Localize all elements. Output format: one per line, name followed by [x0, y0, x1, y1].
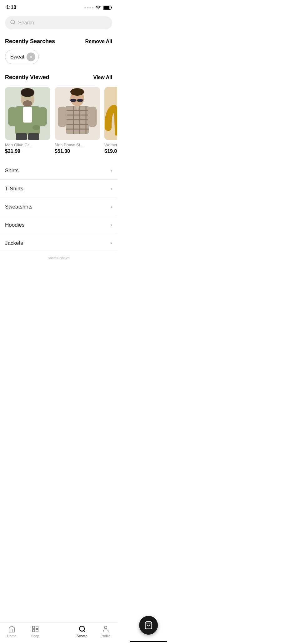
svg-point-4	[23, 100, 32, 107]
battery-icon	[103, 6, 111, 10]
svg-rect-8	[38, 107, 47, 126]
svg-rect-30	[88, 107, 97, 127]
view-all-button[interactable]: View All	[93, 75, 112, 80]
svg-point-12	[21, 88, 34, 97]
products-scroll-container: Men Olive Gr... $21.99	[0, 84, 117, 159]
remove-all-button[interactable]: Remove All	[85, 39, 112, 44]
category-item-shirts[interactable]: Shirts ›	[0, 162, 117, 180]
product-price-3: $19.00	[104, 148, 117, 154]
recently-searches-header: Recently Searches Remove All	[0, 33, 117, 48]
search-icon	[10, 19, 16, 26]
category-list: Shirts › T-Shirts › Sweatshirts › Hoodie…	[0, 159, 117, 255]
svg-line-1	[14, 23, 15, 24]
signal-dots	[84, 7, 93, 8]
close-icon: ✕	[29, 55, 33, 59]
category-item-jackets[interactable]: Jackets ›	[0, 234, 117, 252]
svg-rect-11	[28, 133, 39, 140]
product-card-1[interactable]: Men Olive Gr... $21.99	[5, 87, 50, 154]
svg-rect-29	[58, 107, 67, 127]
wifi-icon	[95, 5, 101, 10]
product-name-2: Men Brown Sl...	[55, 143, 100, 147]
status-bar: 1:10	[0, 0, 117, 14]
status-time: 1:10	[6, 5, 16, 10]
svg-rect-10	[16, 133, 27, 140]
product-card-3[interactable]: Women Must... $19.00	[104, 87, 117, 154]
svg-rect-16	[77, 99, 83, 102]
search-tags-container: Sweat ✕	[0, 48, 117, 69]
search-tag-sweat[interactable]: Sweat ✕	[5, 50, 39, 64]
product-image-2	[55, 87, 100, 140]
search-bar-container: Search	[0, 14, 117, 33]
recently-searches-title: Recently Searches	[5, 38, 55, 45]
product-image-1	[5, 87, 50, 140]
signal-dot-1	[84, 7, 86, 8]
tag-close-button[interactable]: ✕	[27, 53, 35, 61]
signal-dot-2	[87, 7, 88, 8]
chevron-right-icon-shirts: ›	[110, 167, 112, 174]
chevron-right-icon-hoodies: ›	[110, 222, 112, 228]
category-item-hoodies[interactable]: Hoodies ›	[0, 216, 117, 234]
signal-dot-3	[89, 7, 91, 8]
svg-point-31	[70, 88, 84, 96]
chevron-right-icon-jackets: ›	[110, 240, 112, 246]
search-tag-label: Sweat	[10, 54, 24, 60]
recently-viewed-header: Recently Viewed View All	[0, 69, 117, 84]
product-card-2[interactable]: Men Brown Sl... $51.00	[55, 87, 100, 154]
category-label-hoodies: Hoodies	[5, 222, 24, 228]
category-label-shirts: Shirts	[5, 168, 18, 174]
category-label-tshirts: T-Shirts	[5, 186, 23, 192]
recently-viewed-title: Recently Viewed	[5, 74, 49, 81]
category-item-sweatshirts[interactable]: Sweatshirts ›	[0, 198, 117, 216]
svg-rect-6	[23, 107, 32, 123]
svg-point-9	[33, 125, 40, 130]
product-name-1: Men Olive Gr...	[5, 143, 50, 147]
watermark: ShareCode.vn	[0, 255, 117, 285]
svg-point-0	[11, 20, 14, 24]
search-bar[interactable]: Search	[5, 16, 112, 29]
product-price-1: $21.99	[5, 148, 50, 154]
status-icons	[84, 5, 111, 10]
search-placeholder-text: Search	[18, 20, 34, 26]
svg-rect-7	[8, 107, 17, 126]
svg-rect-15	[70, 99, 76, 102]
product-image-3	[104, 87, 117, 140]
category-item-tshirts[interactable]: T-Shirts ›	[0, 180, 117, 198]
product-name-3: Women Must...	[104, 143, 117, 147]
category-label-jackets: Jackets	[5, 240, 23, 246]
chevron-right-icon-tshirts: ›	[110, 185, 112, 192]
product-price-2: $51.00	[55, 148, 100, 154]
signal-dot-4	[92, 7, 93, 8]
chevron-right-icon-sweatshirts: ›	[110, 204, 112, 210]
category-label-sweatshirts: Sweatshirts	[5, 204, 33, 210]
